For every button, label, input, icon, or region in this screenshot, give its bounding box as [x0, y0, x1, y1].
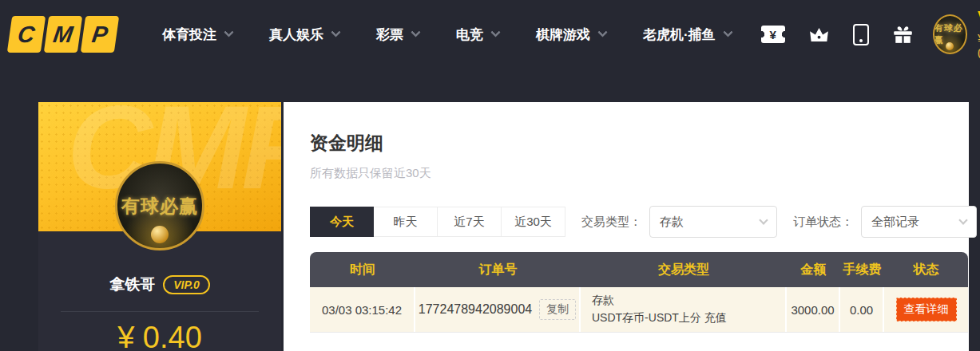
col-header-time: 时间 [310, 262, 415, 278]
tab-today[interactable]: 今天 [310, 207, 374, 237]
page-title: 资金明细 [310, 131, 383, 156]
transaction-type-value: 存款 [660, 215, 684, 230]
table-row: 03/03 03:15:42 1772478942089004 复制 存款 US… [310, 287, 968, 333]
cell-status: 查看详细 [884, 287, 968, 332]
nav-item-esports[interactable]: 电竞 [438, 26, 518, 44]
order-status-value: 全部记录 [871, 215, 919, 230]
top-navbar: C M P 体育投注 真人娱乐 彩票 电竞 棋牌游戏 [0, 0, 980, 69]
nav-item-slots-fishing[interactable]: 老虎机·捕鱼 [625, 26, 750, 44]
copy-button[interactable]: 复制 [539, 299, 576, 320]
chevron-down-icon [331, 27, 341, 37]
deposit-ticket-button[interactable]: ¥ [761, 26, 785, 43]
col-header-status: 状态 [884, 262, 968, 278]
transaction-type-line2: USDT存币-USDT上分 充值 [592, 310, 727, 327]
transaction-type-line1: 存款 [592, 292, 614, 310]
cell-transaction-type: 存款 USDT存币-USDT上分 充值 [581, 287, 787, 332]
chevron-down-icon [411, 27, 421, 37]
profile-avatar[interactable]: 有球必赢 [115, 161, 204, 250]
order-status-select[interactable]: 全部记录 [861, 206, 977, 238]
gold-ball-icon [946, 42, 954, 50]
mobile-app-button[interactable] [853, 24, 869, 45]
logo-letter: C [7, 16, 46, 53]
nav-item-label: 老虎机·捕鱼 [643, 26, 716, 44]
avatar-caption: 有球必赢 [121, 194, 198, 219]
chevron-down-icon [490, 27, 501, 37]
brand-logo[interactable]: C M P [10, 16, 117, 53]
mobile-icon [853, 24, 869, 45]
table-header-row: 时间 订单号 交易类型 金额 手续费 状态 [310, 252, 968, 287]
transactions-table: 时间 订单号 交易类型 金额 手续费 状态 03/03 03:15:42 177… [310, 252, 968, 333]
nav-item-label: 电竞 [456, 26, 483, 44]
gift-icon [892, 24, 914, 45]
logo-letter: P [81, 16, 119, 53]
col-header-fee: 手续费 [840, 262, 884, 278]
col-header-amount: 金额 [787, 262, 840, 278]
cell-fee: 0.00 [840, 287, 884, 332]
chevron-down-icon [597, 27, 608, 37]
chevron-down-icon [224, 27, 234, 37]
nav-item-label: 真人娱乐 [269, 26, 323, 44]
topbar-icon-group: ¥ [761, 24, 914, 45]
chevron-down-icon [759, 215, 768, 224]
yuan-symbol: ¥ [770, 28, 776, 41]
cell-amount: 3000.00 [787, 287, 840, 332]
transaction-type-label: 交易类型： [581, 215, 641, 230]
view-details-button[interactable]: 查看详细 [896, 298, 957, 321]
nav-item-label: 彩票 [376, 26, 403, 44]
logo-letter: M [44, 16, 82, 53]
cell-time: 03/03 03:15:42 [310, 287, 415, 332]
chevron-down-icon [958, 215, 967, 224]
vip-badge: VIP.0 [163, 275, 209, 294]
profile-username: 拿铁哥 [109, 274, 155, 295]
cell-order-no: 1772478942089004 复制 [415, 287, 581, 332]
funds-detail-panel: 资金明细 所有数据只保留近30天 今天 昨天 近7天 近30天 交易类型： 存款… [284, 102, 969, 351]
order-number: 1772478942089004 [419, 302, 532, 317]
filter-controls: 今天 昨天 近7天 近30天 交易类型： 存款 订单状态： 全部记录 [310, 206, 977, 238]
transaction-type-select[interactable]: 存款 [649, 206, 777, 238]
nav-item-lottery[interactable]: 彩票 [358, 26, 438, 44]
col-header-order-no: 订单号 [415, 262, 581, 278]
tab-last-30-days[interactable]: 近30天 [502, 207, 565, 237]
crown-icon [808, 24, 830, 45]
nav-item-label: 棋牌游戏 [536, 26, 590, 44]
chevron-down-icon [723, 27, 733, 37]
nav-item-board-games[interactable]: 棋牌游戏 [518, 26, 625, 44]
profile-name-row: 拿铁哥 VIP.0 [38, 274, 281, 295]
divider [61, 311, 259, 312]
main-nav: 体育投注 真人娱乐 彩票 电竞 棋牌游戏 老虎机·捕鱼 [144, 26, 750, 44]
col-header-type: 交易类型 [581, 262, 787, 278]
date-range-tabs: 今天 昨天 近7天 近30天 [310, 207, 565, 237]
vip-crown-button[interactable] [808, 24, 830, 45]
nav-item-live-casino[interactable]: 真人娱乐 [251, 26, 358, 44]
topbar-user-block: 有球必赢 V0 ¥ 0.40 [933, 7, 980, 62]
retention-note: 所有数据只保留近30天 [310, 166, 431, 181]
tab-last-7-days[interactable]: 近7天 [438, 207, 502, 237]
nav-item-sports[interactable]: 体育投注 [144, 26, 251, 44]
order-status-label: 订单状态： [793, 215, 853, 230]
promotions-button[interactable] [892, 24, 914, 45]
page: C M P 体育投注 真人娱乐 彩票 电竞 棋牌游戏 [0, 0, 980, 351]
yuan-ticket-icon: ¥ [761, 26, 785, 43]
profile-balance: ¥ 0.40 [38, 321, 281, 351]
profile-sidebar: CMP 有球必赢 拿铁哥 VIP.0 ¥ 0.40 [38, 102, 281, 351]
tab-yesterday[interactable]: 昨天 [374, 207, 438, 237]
nav-item-label: 体育投注 [162, 26, 216, 44]
gold-ball-icon [151, 226, 169, 243]
avatar[interactable]: 有球必赢 [933, 14, 967, 54]
